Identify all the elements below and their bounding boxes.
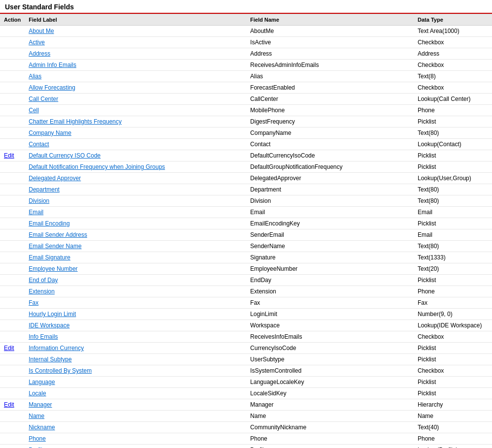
page-header: User Standard Fields xyxy=(0,0,492,14)
data-type-cell: Checkbox xyxy=(414,331,492,343)
field-label-cell[interactable]: End of Day xyxy=(25,275,246,286)
field-label-link[interactable]: Email Sender Name xyxy=(29,243,81,250)
field-label-cell[interactable]: About Me xyxy=(25,26,246,37)
table-row: LocaleLocaleSidKeyPicklist xyxy=(0,388,492,399)
field-label-cell[interactable]: Call Center xyxy=(25,94,246,105)
table-row: Default Notification Frequency when Join… xyxy=(0,161,492,173)
field-label-cell[interactable]: Language xyxy=(25,377,246,388)
field-label-cell[interactable]: Address xyxy=(25,48,246,60)
field-label-link[interactable]: Internal Subtype xyxy=(29,356,71,363)
field-label-cell[interactable]: Default Currency ISO Code xyxy=(25,150,246,161)
data-type-cell: Text(80) xyxy=(414,184,492,195)
field-label-cell[interactable]: IDE Workspace xyxy=(25,320,246,331)
field-label-link[interactable]: Email Sender Address xyxy=(29,231,87,238)
field-label-cell[interactable]: Division xyxy=(25,195,246,207)
field-label-link[interactable]: Email xyxy=(29,209,43,216)
field-label-link[interactable]: Locale xyxy=(29,390,46,397)
field-label-link[interactable]: Name xyxy=(29,413,44,419)
table-row: EditDefault Currency ISO CodeDefaultCurr… xyxy=(0,150,492,161)
field-label-link[interactable]: End of Day xyxy=(29,277,58,284)
field-name-cell: DigestFrequency xyxy=(246,116,414,128)
field-label-cell[interactable]: Fax xyxy=(25,297,246,309)
field-label-cell[interactable]: Alias xyxy=(25,71,246,82)
field-label-link[interactable]: Chatter Email Highlights Frequency xyxy=(29,118,122,125)
field-label-cell[interactable]: Active xyxy=(25,37,246,48)
field-label-link[interactable]: Info Emails xyxy=(29,333,58,340)
field-label-link[interactable]: IDE Workspace xyxy=(29,322,69,329)
field-label-link[interactable]: Extension xyxy=(29,288,55,295)
field-label-link[interactable]: Department xyxy=(29,186,60,193)
field-label-link[interactable]: About Me xyxy=(29,28,54,34)
field-label-cell[interactable]: Locale xyxy=(25,388,246,399)
field-label-link[interactable]: Employee Number xyxy=(29,265,77,272)
field-label-cell[interactable]: Contact xyxy=(25,139,246,150)
field-label-link[interactable]: Phone xyxy=(29,435,46,442)
field-label-link[interactable]: Division xyxy=(29,197,49,204)
action-cell[interactable]: Edit xyxy=(0,399,25,411)
field-label-link[interactable]: Language xyxy=(29,379,55,385)
data-type-cell: Hierarchy xyxy=(414,399,492,411)
action-cell xyxy=(0,207,25,218)
field-label-cell[interactable]: Email Signature xyxy=(25,252,246,263)
action-edit-link[interactable]: Edit xyxy=(4,345,14,352)
action-cell xyxy=(0,411,25,422)
field-label-link[interactable]: Nickname xyxy=(29,424,55,431)
field-label-link[interactable]: Manager xyxy=(29,401,52,408)
field-name-cell: MobilePhone xyxy=(246,105,414,116)
table-row: EditManagerManagerHierarchy xyxy=(0,399,492,411)
field-label-link[interactable]: Is Controlled By System xyxy=(29,367,92,374)
field-label-cell[interactable]: Email Encoding xyxy=(25,218,246,229)
field-label-link[interactable]: Contact xyxy=(29,141,49,148)
col-header-action: Action xyxy=(0,14,25,26)
field-label-link[interactable]: Hourly Login Limit xyxy=(29,311,76,318)
field-label-link[interactable]: Default Notification Frequency when Join… xyxy=(29,163,165,170)
action-cell xyxy=(0,173,25,184)
field-label-link[interactable]: Admin Info Emails xyxy=(29,62,76,68)
field-label-cell[interactable]: Profile xyxy=(25,445,246,448)
field-label-link[interactable]: Company Name xyxy=(29,129,71,136)
field-label-cell[interactable]: Cell xyxy=(25,105,246,116)
field-label-link[interactable]: Default Currency ISO Code xyxy=(29,152,100,159)
field-label-cell[interactable]: Phone xyxy=(25,433,246,445)
table-row: Email SignatureSignatureText(1333) xyxy=(0,252,492,263)
field-label-link[interactable]: Information Currency xyxy=(29,345,84,352)
action-edit-link[interactable]: Edit xyxy=(4,152,14,159)
field-label-cell[interactable]: Department xyxy=(25,184,246,195)
field-label-cell[interactable]: Information Currency xyxy=(25,343,246,354)
field-label-cell[interactable]: Email xyxy=(25,207,246,218)
field-label-link[interactable]: Email Encoding xyxy=(29,220,69,227)
field-label-cell[interactable]: Nickname xyxy=(25,422,246,433)
field-label-cell[interactable]: Hourly Login Limit xyxy=(25,309,246,320)
field-label-cell[interactable]: Default Notification Frequency when Join… xyxy=(25,161,246,173)
field-label-cell[interactable]: Internal Subtype xyxy=(25,354,246,365)
field-label-link[interactable]: Call Center xyxy=(29,96,58,102)
field-label-cell[interactable]: Employee Number xyxy=(25,263,246,275)
field-label-link[interactable]: Delegated Approver xyxy=(29,175,81,182)
field-label-cell[interactable]: Email Sender Name xyxy=(25,241,246,252)
field-label-cell[interactable]: Extension xyxy=(25,286,246,297)
field-label-link[interactable]: Address xyxy=(29,50,50,57)
action-cell xyxy=(0,48,25,60)
field-label-link[interactable]: Active xyxy=(29,39,45,46)
action-cell[interactable]: Edit xyxy=(0,343,25,354)
field-label-cell[interactable]: Name xyxy=(25,411,246,422)
field-label-link[interactable]: Alias xyxy=(29,73,41,80)
field-label-link[interactable]: Allow Forecasting xyxy=(29,84,75,91)
field-label-cell[interactable]: Admin Info Emails xyxy=(25,60,246,71)
field-label-link[interactable]: Email Signature xyxy=(29,254,70,261)
field-label-cell[interactable]: Allow Forecasting xyxy=(25,82,246,94)
field-label-cell[interactable]: Is Controlled By System xyxy=(25,365,246,377)
action-edit-link[interactable]: Edit xyxy=(4,401,14,408)
action-cell[interactable]: Edit xyxy=(0,150,25,161)
field-label-link[interactable]: Fax xyxy=(29,299,38,306)
field-label-cell[interactable]: Delegated Approver xyxy=(25,173,246,184)
data-type-cell: Text(8) xyxy=(414,71,492,82)
field-label-cell[interactable]: Info Emails xyxy=(25,331,246,343)
field-label-cell[interactable]: Email Sender Address xyxy=(25,229,246,241)
field-label-link[interactable]: Cell xyxy=(29,107,39,114)
field-label-cell[interactable]: Chatter Email Highlights Frequency xyxy=(25,116,246,128)
table-row: About MeAboutMeText Area(1000) xyxy=(0,26,492,37)
field-name-cell: Phone xyxy=(246,433,414,445)
field-label-cell[interactable]: Manager xyxy=(25,399,246,411)
field-label-cell[interactable]: Company Name xyxy=(25,128,246,139)
